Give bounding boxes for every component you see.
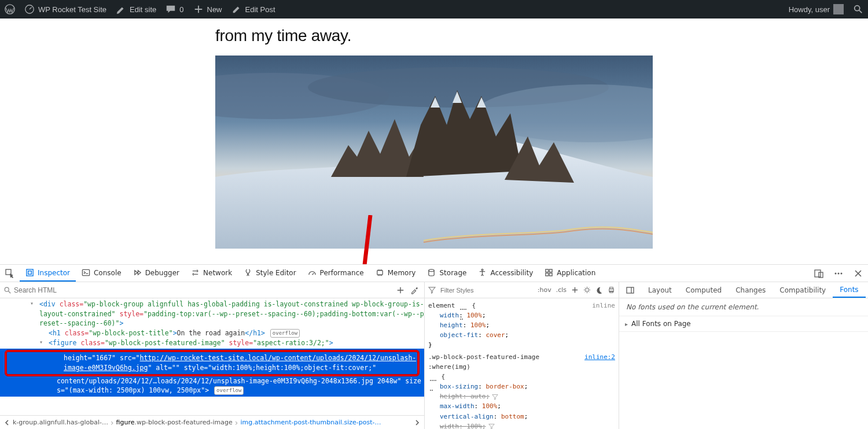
svg-rect-26: [610, 287, 613, 289]
breadcrumb[interactable]: k-group.alignfull.has-global-… › figure.…: [0, 415, 424, 429]
tab-inspector[interactable]: Inspector: [20, 265, 76, 282]
side-panel: Layout Computed Changes Compatibility Fo…: [619, 282, 868, 429]
site-title: WP Rocket Test Site: [38, 5, 106, 14]
selected-node[interactable]: height="1667" src="http://wp-rocket-test…: [0, 349, 424, 397]
hov-toggle[interactable]: :hov: [538, 286, 551, 294]
howdy-item[interactable]: Howdy, user: [784, 0, 848, 19]
search-html-input[interactable]: [14, 286, 394, 294]
tab-label: Debugger: [145, 269, 179, 277]
svg-rect-28: [627, 287, 634, 293]
tab-layout[interactable]: Layout: [641, 282, 679, 298]
fonts-body: No fonts used on the current element.: [619, 298, 868, 316]
tab-label: Application: [557, 269, 595, 277]
dark-theme-button[interactable]: [595, 286, 603, 294]
svg-point-22: [841, 272, 843, 274]
html-panel: ▾<div class="wp-block-group alignfull ha…: [0, 282, 425, 429]
tab-storage[interactable]: Storage: [421, 265, 472, 282]
chevron-right-icon[interactable]: [414, 419, 421, 426]
comments-item[interactable]: 0: [161, 0, 188, 19]
svg-point-20: [835, 272, 837, 274]
svg-rect-16: [546, 273, 549, 276]
styles-body[interactable]: element {inline width: 100%; height: 100…: [425, 298, 619, 429]
edit-post-item[interactable]: Edit Post: [227, 0, 280, 19]
light-theme-button[interactable]: [583, 286, 591, 294]
print-button[interactable]: [608, 286, 615, 294]
crumb-2[interactable]: figure.wp-block-post-featured-image: [116, 419, 233, 426]
search-icon: [3, 286, 12, 294]
side-toggle-button[interactable]: [619, 282, 641, 298]
tab-style-editor[interactable]: Style Editor: [238, 265, 301, 282]
add-rule-button[interactable]: [571, 286, 579, 294]
add-node-button[interactable]: [396, 286, 404, 294]
svg-point-23: [5, 287, 9, 291]
funnel-icon: [428, 286, 436, 294]
pick-element-button[interactable]: [0, 265, 20, 282]
edit-post-label: Edit Post: [245, 5, 275, 14]
devtools-tabs: Inspector Console Debugger Network Style…: [0, 265, 868, 282]
edit-site-item[interactable]: Edit site: [111, 0, 161, 19]
styles-toolbar: :hov .cls: [425, 282, 619, 298]
comment-icon: [165, 4, 176, 14]
tab-label: Storage: [439, 269, 466, 277]
tab-label: Accessibility: [490, 269, 533, 277]
tab-computed[interactable]: Computed: [679, 282, 729, 298]
css-rule[interactable]: element {inline width: 100%; height: 100…: [428, 301, 615, 350]
tab-compatibility[interactable]: Compatibility: [773, 282, 833, 298]
svg-rect-14: [546, 269, 549, 272]
svg-rect-15: [550, 269, 553, 272]
new-item[interactable]: New: [189, 0, 227, 19]
tab-label: Performance: [320, 269, 364, 277]
svg-point-13: [482, 269, 484, 271]
all-fonts-accordion[interactable]: All Fonts on Page: [619, 316, 868, 332]
eyedropper-button[interactable]: [410, 286, 418, 294]
tab-fonts[interactable]: Fonts: [833, 282, 865, 298]
mountain-image: [215, 56, 653, 249]
filter-styles-input[interactable]: [440, 287, 504, 294]
css-rule[interactable]: .wp-block-post-featured-image :where(img…: [428, 352, 615, 429]
tab-network[interactable]: Network: [185, 265, 238, 282]
dashboard-icon: [24, 4, 35, 14]
howdy-label: Howdy, user: [789, 5, 830, 14]
funnel-icon[interactable]: [492, 394, 498, 400]
tab-accessibility[interactable]: Accessibility: [472, 265, 539, 282]
responsive-mode-button[interactable]: [809, 265, 829, 282]
cls-toggle[interactable]: .cls: [556, 286, 567, 294]
tab-console[interactable]: Console: [76, 265, 127, 282]
search-item[interactable]: [848, 0, 868, 19]
tab-label: Console: [94, 269, 122, 277]
crumb-3[interactable]: img.attachment-post-thumbnail.size-post-…: [240, 419, 411, 426]
tab-label: Style Editor: [256, 269, 296, 277]
tab-performance[interactable]: Performance: [302, 265, 370, 282]
crumb-1[interactable]: k-group.alignfull.has-global-…: [13, 419, 108, 426]
highlight-box: height="1667" src="http://wp-rocket-test…: [5, 350, 420, 376]
meatball-menu-button[interactable]: [829, 265, 848, 282]
page-content: from my time away.: [0, 19, 868, 264]
dom-tree[interactable]: ▾<div class="wp-block-group alignfull ha…: [0, 298, 424, 415]
chevron-left-icon[interactable]: [3, 419, 10, 426]
tab-changes[interactable]: Changes: [729, 282, 773, 298]
tab-application[interactable]: Application: [539, 265, 601, 282]
close-devtools-button[interactable]: [848, 265, 868, 282]
pencil-icon: [231, 4, 242, 14]
site-title-item[interactable]: WP Rocket Test Site: [20, 0, 111, 19]
edit-site-label: Edit site: [130, 5, 156, 14]
plus-icon: [193, 4, 204, 14]
stylesheet-link[interactable]: inline:2: [584, 352, 615, 372]
search-icon: [853, 4, 863, 14]
wp-adminbar: WP Rocket Test Site Edit site 0 New Edit…: [0, 0, 868, 19]
devtools: Inspector Console Debugger Network Style…: [0, 264, 868, 429]
avatar: [833, 4, 844, 14]
svg-point-21: [838, 272, 840, 274]
svg-rect-9: [28, 271, 32, 275]
side-tabs: Layout Computed Changes Compatibility Fo…: [619, 282, 868, 298]
wp-logo[interactable]: [0, 0, 20, 19]
tab-label: Inspector: [38, 269, 70, 277]
tab-debugger[interactable]: Debugger: [127, 265, 185, 282]
svg-point-24: [586, 289, 589, 292]
funnel-icon[interactable]: [488, 423, 495, 429]
svg-point-2: [855, 6, 860, 11]
svg-rect-8: [27, 269, 33, 276]
tab-memory[interactable]: Memory: [370, 265, 422, 282]
html-toolbar: [0, 282, 424, 298]
svg-point-12: [429, 269, 434, 272]
